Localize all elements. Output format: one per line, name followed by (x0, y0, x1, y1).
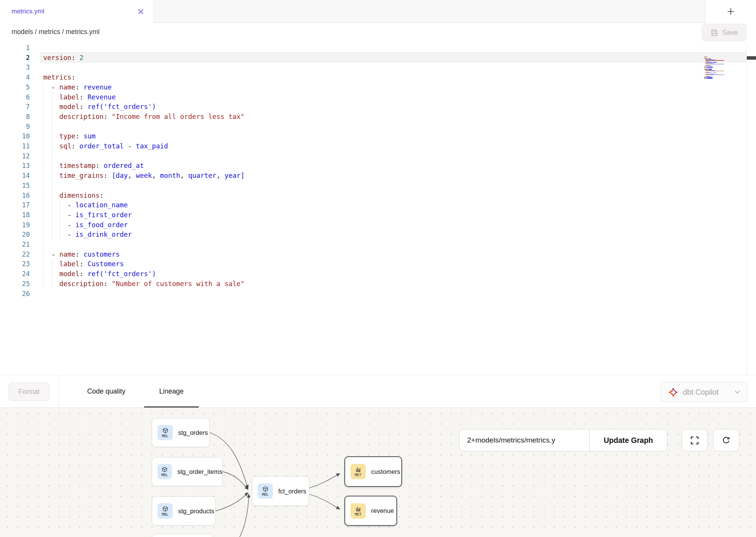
line-number: 6 (0, 92, 30, 102)
lineage-node-hidden_partial[interactable] (152, 534, 213, 537)
tab-bar: metrics.yml (0, 0, 756, 23)
line-number: 24 (0, 269, 30, 279)
code-line[interactable]: sql: order_total - tax_paid (43, 141, 168, 151)
line-number: 20 (0, 229, 30, 239)
code-line[interactable]: description: "Income from all orders les… (43, 112, 245, 122)
graph-controls: Update Graph (459, 429, 667, 451)
edge-stg_order_items-fct_orders (223, 472, 248, 490)
lineage-node-stg_orders[interactable]: MDLstg_orders (152, 418, 210, 447)
tab-strip-empty (154, 0, 705, 23)
line-number: 11 (0, 141, 30, 151)
breadcrumb: models / metrics / metrics.yml (11, 28, 99, 36)
code-line[interactable]: - is_drink_order (43, 229, 132, 239)
lineage-node-revenue[interactable]: METrevenue (344, 496, 397, 526)
node-label: stg_products (178, 508, 214, 515)
code-line[interactable]: type: sum (43, 131, 96, 141)
edge-stg_products-fct_orders (216, 493, 248, 511)
path-bar: models / metrics / metrics.yml Save (0, 23, 756, 42)
minimap-line (704, 78, 725, 79)
line-number: 10 (0, 131, 30, 141)
toolbar-divider (58, 375, 59, 408)
refresh-icon (722, 436, 731, 445)
lineage-node-customers[interactable]: METcustomers (344, 456, 402, 487)
code-line[interactable]: label: Revenue (43, 92, 116, 102)
line-number: 23 (0, 259, 30, 269)
line-number: 12 (0, 151, 30, 161)
mdl-badge: MDL (157, 425, 173, 440)
line-number: 25 (0, 279, 30, 289)
line-number: 4 (0, 72, 30, 82)
line-number: 17 (0, 200, 30, 210)
close-tab-button[interactable] (137, 8, 144, 15)
code-line[interactable]: model: ref('fct_orders') (43, 269, 156, 279)
copilot-label: dbt Copilot (683, 388, 730, 397)
mdl-badge: MDL (157, 464, 172, 479)
update-graph-button[interactable]: Update Graph (589, 430, 667, 451)
line-number: 18 (0, 210, 30, 220)
lineage-node-stg_order_items[interactable]: MDLstg_order_items (152, 457, 223, 486)
model-cube-icon (262, 486, 269, 492)
tab-metrics-yml[interactable]: metrics.yml (0, 0, 154, 23)
new-tab-button[interactable] (725, 6, 736, 17)
save-icon (711, 29, 719, 37)
code-line[interactable]: dimensions: (43, 190, 104, 200)
code-line[interactable]: label: Customers (43, 259, 124, 269)
code-line[interactable]: version: 2 (43, 53, 83, 63)
code-line[interactable]: description: "Number of customers with a… (43, 279, 245, 289)
model-cube-icon (162, 506, 169, 512)
code-line[interactable]: model: ref('fct_orders') (43, 102, 156, 112)
scrollbar-track[interactable] (746, 42, 747, 375)
met-badge: MET (350, 503, 366, 519)
code-line[interactable]: - name: revenue (43, 82, 112, 92)
metric-chart-icon (355, 466, 362, 473)
model-cube-icon (161, 466, 168, 473)
mdl-badge: MDL (157, 503, 173, 519)
line-number: 2 (0, 53, 30, 63)
lineage-node-stg_products[interactable]: MDLstg_products (152, 496, 216, 526)
line-number: 9 (0, 122, 30, 132)
code-line[interactable]: - location_name (43, 200, 128, 210)
line-number: 21 (0, 239, 30, 249)
tab-code-quality[interactable]: Code quality (68, 375, 144, 408)
code-line[interactable]: - name: customers (43, 249, 120, 259)
save-button[interactable]: Save (702, 24, 747, 41)
code-editor[interactable]: 1234567891011121314151617181920212223242… (0, 42, 756, 375)
line-number: 1 (0, 43, 30, 53)
line-number: 14 (0, 171, 30, 181)
line-number: 19 (0, 220, 30, 230)
node-label: fct_orders (278, 488, 306, 495)
node-label: revenue (371, 507, 394, 514)
app: metrics.yml models / metrics / metrics.y… (0, 0, 756, 537)
line-number: 7 (0, 102, 30, 112)
scrollbar-thumb[interactable] (747, 56, 756, 60)
plus-icon (726, 7, 735, 16)
lineage-canvas[interactable]: MDLstg_ordersMDLstg_order_itemsMDLstg_pr… (0, 408, 756, 537)
close-icon (138, 8, 144, 15)
fullscreen-icon (690, 436, 699, 445)
lineage-node-fct_orders[interactable]: MDLfct_orders (252, 476, 309, 506)
code-line[interactable]: - is_food_order (43, 220, 128, 230)
minimap[interactable] (704, 56, 725, 79)
refresh-button[interactable] (713, 429, 739, 451)
line-number: 16 (0, 190, 30, 200)
fullscreen-button[interactable] (681, 429, 707, 451)
graph-selector-input[interactable] (459, 430, 589, 451)
code-line[interactable]: metrics: (43, 72, 75, 82)
code-line[interactable]: timestamp: ordered_at (43, 161, 144, 171)
line-number: 15 (0, 181, 30, 190)
node-label: customers (371, 468, 400, 475)
save-label: Save (722, 29, 738, 37)
line-number: 3 (0, 62, 30, 72)
node-label: stg_orders (178, 429, 208, 436)
dbt-copilot-button[interactable]: dbt Copilot (660, 382, 748, 402)
bottom-toolbar: Format Code quality Lineage dbt Copilot (0, 375, 756, 408)
copilot-icon (668, 387, 678, 397)
tab-lineage[interactable]: Lineage (144, 375, 199, 408)
line-number: 13 (0, 161, 30, 171)
code-line[interactable]: - is_first_order (43, 210, 132, 220)
line-number: 22 (0, 249, 30, 259)
format-button[interactable]: Format (8, 382, 50, 401)
line-number: 8 (0, 112, 30, 122)
line-number: 26 (0, 289, 30, 299)
code-line[interactable]: time_grains: [day, week, month, quarter,… (43, 171, 245, 181)
